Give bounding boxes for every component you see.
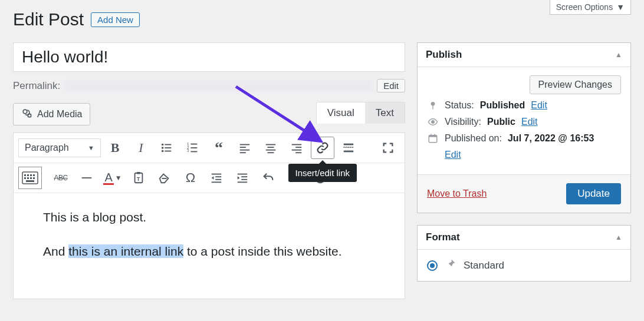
svg-rect-37 — [30, 177, 32, 179]
undo-icon — [262, 171, 275, 184]
status-value: Published — [480, 100, 525, 111]
add-media-button[interactable]: Add Media — [13, 103, 90, 125]
bold-button[interactable]: B — [103, 137, 127, 159]
outdent-button[interactable] — [205, 167, 228, 189]
move-to-trash-link[interactable]: Move to Trash — [427, 188, 487, 199]
redo-icon — [288, 171, 301, 184]
collapse-icon: ▲ — [615, 51, 622, 59]
svg-rect-50 — [241, 179, 247, 180]
svg-rect-5 — [165, 147, 171, 148]
pushpin-icon — [445, 258, 456, 273]
svg-point-2 — [162, 144, 164, 146]
svg-rect-36 — [27, 177, 29, 179]
format-box: Format ▲ Standard — [417, 225, 631, 282]
permalink-edit-button[interactable]: Edit — [377, 79, 405, 92]
indent-icon — [236, 171, 249, 184]
svg-rect-25 — [295, 152, 301, 153]
paragraph-select[interactable]: Paragraph ▼ — [18, 138, 101, 157]
svg-rect-11 — [190, 147, 197, 148]
calendar-icon — [427, 133, 439, 144]
svg-rect-39 — [26, 180, 34, 182]
horizontal-rule-icon — [80, 171, 93, 184]
horizontal-rule-button[interactable] — [75, 167, 98, 189]
svg-rect-29 — [344, 151, 354, 153]
svg-rect-48 — [238, 174, 248, 175]
svg-rect-60 — [431, 134, 432, 137]
add-new-button[interactable]: Add New — [91, 12, 140, 27]
svg-rect-9 — [190, 144, 197, 145]
collapse-icon: ▲ — [615, 233, 622, 241]
screen-options-toggle[interactable]: Screen Options ▼ — [550, 0, 631, 15]
chevron-down-icon: ▼ — [616, 2, 625, 12]
format-box-header[interactable]: Format ▲ — [418, 226, 630, 250]
preview-changes-button[interactable]: Preview Changes — [530, 75, 621, 94]
svg-point-4 — [162, 147, 164, 149]
pin-icon — [427, 101, 439, 110]
svg-rect-35 — [24, 177, 26, 179]
svg-rect-13 — [190, 151, 197, 153]
paste-text-button[interactable]: T — [127, 167, 150, 189]
svg-rect-33 — [30, 174, 32, 176]
published-label: Published on: — [445, 133, 502, 144]
kitchen-sink-button[interactable] — [18, 167, 42, 189]
svg-rect-42 — [137, 172, 140, 174]
published-value: Jul 7, 2022 @ 16:53 — [508, 133, 594, 144]
svg-rect-46 — [215, 179, 221, 180]
status-edit-link[interactable]: Edit — [531, 100, 547, 111]
help-button[interactable]: ? — [308, 167, 332, 189]
redo-button[interactable] — [282, 167, 306, 189]
omega-icon: Ω — [186, 170, 195, 186]
svg-rect-61 — [434, 134, 435, 137]
svg-rect-20 — [266, 150, 276, 151]
svg-rect-17 — [240, 152, 246, 153]
svg-rect-45 — [215, 176, 221, 177]
text-color-icon: A▼ — [103, 171, 121, 185]
editor-text: This is a blog post. — [43, 210, 146, 224]
page-title: Edit Post — [13, 9, 84, 29]
editor-text-selected: this is an internal link — [68, 244, 183, 258]
bulleted-list-button[interactable] — [155, 137, 179, 159]
blockquote-button[interactable]: “ — [207, 137, 231, 159]
svg-rect-32 — [27, 174, 29, 176]
paragraph-select-label: Paragraph — [25, 143, 69, 153]
read-more-button[interactable] — [337, 137, 360, 159]
svg-point-0 — [23, 110, 27, 114]
svg-rect-44 — [212, 174, 222, 175]
svg-rect-49 — [241, 176, 247, 177]
update-button[interactable]: Update — [566, 183, 621, 204]
editor-body[interactable]: This is a blog post. And this is an inte… — [13, 193, 405, 299]
svg-rect-7 — [165, 151, 171, 152]
help-icon: ? — [314, 171, 327, 184]
strikethrough-button[interactable]: ABC — [49, 167, 73, 189]
svg-rect-34 — [33, 174, 35, 176]
special-character-button[interactable]: Ω — [179, 167, 202, 189]
published-edit-link[interactable]: Edit — [445, 150, 621, 160]
indent-button[interactable] — [231, 167, 254, 189]
read-more-icon — [342, 141, 355, 154]
numbered-list-icon: 123 — [186, 141, 199, 154]
svg-rect-59 — [429, 135, 437, 137]
publish-box: Publish ▲ Preview Changes Status: Publis… — [417, 42, 631, 213]
svg-rect-51 — [238, 181, 248, 183]
italic-button[interactable]: I — [129, 137, 153, 159]
publish-box-header[interactable]: Publish ▲ — [418, 43, 630, 67]
svg-rect-26 — [344, 144, 354, 145]
annotation-arrow — [230, 83, 330, 148]
tab-text[interactable]: Text — [365, 102, 405, 124]
svg-rect-56 — [432, 105, 433, 110]
format-radio-standard[interactable] — [427, 260, 438, 271]
clipboard-icon: T — [132, 171, 145, 184]
post-title-input[interactable] — [13, 42, 405, 72]
numbered-list-button[interactable]: 123 — [181, 137, 205, 159]
strikethrough-icon: ABC — [54, 174, 67, 182]
status-label: Status: — [445, 100, 474, 111]
visibility-edit-link[interactable]: Edit — [521, 117, 538, 127]
bold-icon: B — [111, 140, 120, 155]
clear-formatting-button[interactable] — [153, 167, 176, 189]
svg-text:3: 3 — [187, 148, 189, 153]
chevron-down-icon: ▼ — [88, 144, 94, 151]
format-heading: Format — [426, 231, 460, 243]
text-color-button[interactable]: A▼ — [101, 167, 124, 189]
undo-button[interactable] — [257, 167, 280, 189]
fullscreen-button[interactable] — [376, 137, 400, 159]
